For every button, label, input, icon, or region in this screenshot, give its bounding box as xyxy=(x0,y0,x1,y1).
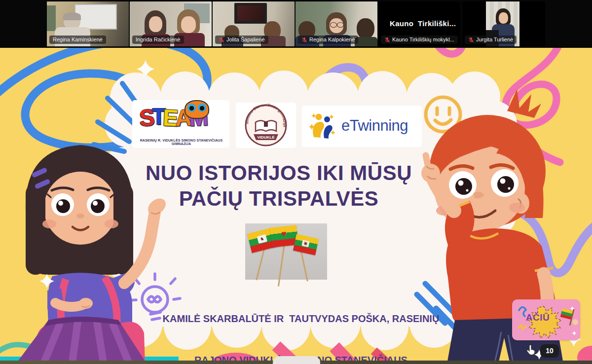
muted-mic-icon xyxy=(468,37,474,43)
muted-mic-icon xyxy=(219,37,224,43)
flag-heart: ♥ xyxy=(270,228,298,240)
muted-mic-icon xyxy=(301,37,307,43)
bottom-toolbar-peek[interactable] xyxy=(273,356,320,364)
credits-line1: KAMILĖ SKARBALŪTĖ IR TAUTVYDAS POŠKA, RA… xyxy=(158,312,444,326)
scene-shape xyxy=(63,12,81,20)
participant-name-label: Ingrida Račickienė xyxy=(132,36,184,44)
scene-shape xyxy=(330,22,337,28)
flag-stick xyxy=(300,249,308,281)
steam-logo-caption: RASEINIŲ R. VIDUKLĖS SIMONO STANEVIČIAUS… xyxy=(134,139,228,146)
participant-name: Kauno Tirkiliškių mokykl... xyxy=(392,36,454,43)
video-tile-regina-kaminskiene[interactable]: Regina Kaminskienė xyxy=(47,1,129,46)
slide-title-line1: NUO ISTORIJOS IKI MŪSŲ xyxy=(116,160,442,186)
video-tile-ingrida-racickiene[interactable]: Ingrida Račickienė xyxy=(130,1,212,46)
steam-letter-s: S xyxy=(138,104,152,132)
flag-emblem: ♞ xyxy=(257,234,267,244)
aciu-reaction-sticker: AČIŪ xyxy=(512,299,580,340)
owl-icon xyxy=(185,101,208,118)
participant-name: Ingrida Račickienė xyxy=(136,36,181,43)
participant-name: Jurgita Turlienė xyxy=(476,36,513,43)
video-thumbnail-strip: Regina Kaminskienė Ingrida Račickienė xyxy=(0,0,592,48)
scene-shape xyxy=(181,16,196,33)
school-seal: Simono Stanevičiaus gimnazija VIDUKLĖ xyxy=(236,103,296,148)
participant-name-label: Kauno Tirkiliškių mokykl... xyxy=(381,36,458,44)
participant-name-label: Regina Kalpokienė xyxy=(298,36,358,44)
participant-name: Jolita Šapalienė xyxy=(226,36,265,43)
video-tile-jurgita-turliene[interactable]: Jurgita Turlienė xyxy=(462,1,545,46)
video-tile-jolita-sapaliene[interactable]: Jolita Šapalienė xyxy=(213,1,295,46)
etwinning-logo: eTwinning xyxy=(302,106,422,147)
scene-shape xyxy=(237,5,264,21)
scene-shape xyxy=(337,22,344,28)
participant-name-label: Regina Kaminskienė xyxy=(49,36,106,44)
shared-screen-slide: STEAM RASEINIŲ R. VIDUKLĖS SIMONO STANEV… xyxy=(0,48,592,361)
sticker-text: AČIŪ xyxy=(512,312,563,323)
seal-banner-text: VIDUKLĖ xyxy=(257,135,275,140)
steam-letter-t: T xyxy=(151,103,163,130)
scene-shape xyxy=(149,16,162,32)
scene-shape xyxy=(47,5,56,31)
reaction-count-badge: 10 xyxy=(540,344,559,358)
lithuanian-flag: ▣ xyxy=(293,234,319,255)
slide-credits: KAMILĖ SKARBALŪTĖ IR TAUTVYDAS POŠKA, RA… xyxy=(158,284,444,361)
zoom-meeting-window: Regina Kaminskienė Ingrida Račickienė xyxy=(0,0,592,364)
participant-name: Regina Kaminskienė xyxy=(53,36,103,43)
participant-tile-text: Kauno Tirkiliški... xyxy=(390,19,456,28)
muted-mic-icon xyxy=(384,37,390,43)
participant-name-label: Jurgita Turlienė xyxy=(465,36,517,44)
etwinning-figures-icon xyxy=(307,110,337,141)
etwinning-wordmark: eTwinning xyxy=(341,117,408,135)
scene-shape xyxy=(357,18,374,39)
flag-emblem: ▣ xyxy=(301,240,309,248)
video-tile-kauno-tirkiliskiu[interactable]: Kauno Tirkiliški... Kauno Tirkiliškių mo… xyxy=(378,1,460,46)
cursor-pointer xyxy=(526,344,538,358)
flags-photo: ♞ ♥ ▣ xyxy=(245,223,327,280)
participant-name-label: Jolita Šapalienė xyxy=(215,36,268,44)
scene-shape xyxy=(499,12,508,24)
video-tile-regina-kalpokiene[interactable]: Regina Kalpokienė xyxy=(296,1,377,46)
steam-logo: STEAM RASEINIŲ R. VIDUKLĖS SIMONO STANEV… xyxy=(132,100,229,148)
slide-title-line2: PAČIŲ TRISPALVĖS xyxy=(116,186,442,212)
school-seal-logo: Simono Stanevičiaus gimnazija VIDUKLĖ xyxy=(236,103,296,148)
slide-title: NUO ISTORIJOS IKI MŪSŲ PAČIŲ TRISPALVĖS xyxy=(116,160,442,212)
participant-name: Regina Kalpokienė xyxy=(309,36,355,43)
steam-letter-e: E xyxy=(162,104,176,131)
